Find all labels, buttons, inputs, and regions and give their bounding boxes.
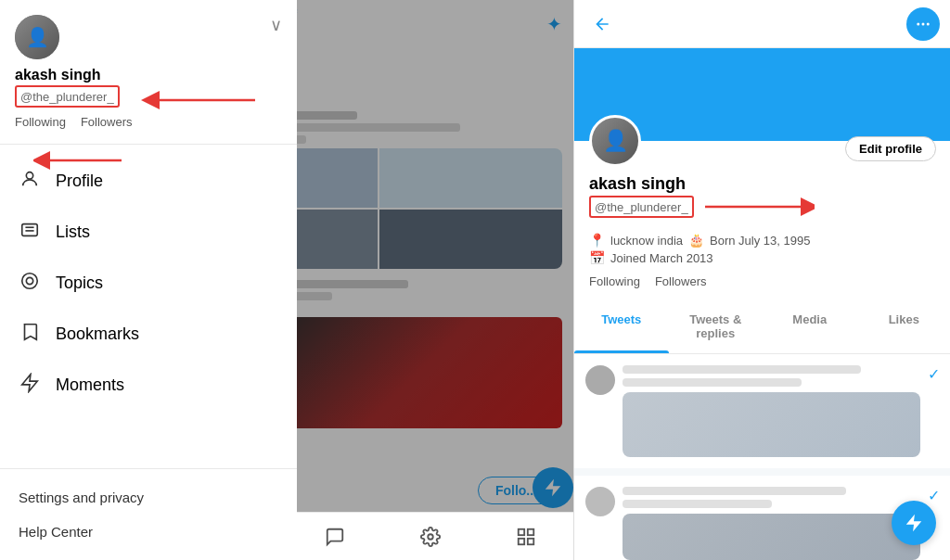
drawer-menu: 👤 akash singh @the_plunderer_ Following …	[0, 0, 297, 560]
drawer-following-stat[interactable]: Following	[15, 115, 66, 129]
right-topbar	[574, 0, 950, 48]
profile-banner: 👤 Edit profile	[574, 48, 950, 141]
drawer-stats: Following Followers	[15, 115, 282, 129]
drawer-header: 👤 akash singh @the_plunderer_ Following …	[0, 0, 297, 140]
svg-point-19	[922, 22, 925, 25]
moments-icon	[19, 373, 41, 398]
profile-avatar-wrapper: 👤	[589, 115, 641, 167]
nav-messages[interactable]	[325, 527, 345, 547]
svg-point-7	[22, 274, 38, 289]
drawer-handle-box: @the_plunderer_	[15, 85, 120, 108]
profile-born: Born July 13, 1995	[710, 234, 810, 248]
person-icon	[19, 169, 41, 194]
chevron-down-icon[interactable]: ∨	[270, 15, 282, 35]
moments-label: Moments	[56, 375, 124, 395]
annotation-arrow-profile	[33, 150, 126, 171]
drawer-user-handle: @the_plunderer_	[20, 90, 114, 104]
tweet-avatar	[585, 365, 615, 395]
drawer-followers-stat[interactable]: Followers	[81, 115, 133, 129]
drawer-avatar: 👤	[15, 15, 59, 59]
drawer-item-topics[interactable]: Topics	[0, 258, 297, 309]
profile-meta: 📍 lucknow india 🎂 Born July 13, 1995 📅 J…	[589, 233, 936, 265]
settings-privacy-item[interactable]: Settings and privacy	[19, 480, 278, 515]
tweet-row: ✓	[574, 354, 950, 468]
tweet-avatar	[585, 487, 615, 516]
profile-joined-row: 📅 Joined March 2013	[589, 250, 936, 265]
profile-tabs: Tweets Tweets & replies Media Likes	[574, 299, 950, 354]
svg-rect-14	[518, 528, 523, 534]
edit-profile-button[interactable]: Edit profile	[845, 136, 936, 161]
svg-point-20	[927, 22, 930, 25]
topics-icon	[19, 271, 41, 296]
drawer-divider	[0, 144, 297, 145]
tweet-content	[623, 487, 920, 560]
profile-stats: Following Followers	[589, 274, 936, 288]
bookmarks-label: Bookmarks	[56, 325, 139, 344]
profile-handle-box: @the_plunderer_	[589, 196, 694, 218]
lists-label: Lists	[56, 223, 90, 242]
lists-icon	[19, 220, 41, 245]
svg-rect-16	[518, 538, 523, 543]
drawer-item-moments[interactable]: Moments	[0, 360, 297, 411]
nav-qr[interactable]	[516, 527, 536, 547]
profile-location-row: 📍 lucknow india 🎂 Born July 13, 1995	[589, 233, 936, 248]
drawer-item-bookmarks[interactable]: Bookmarks	[0, 309, 297, 360]
compose-fab-right[interactable]	[892, 501, 936, 545]
calendar-icon: 📅	[589, 250, 605, 265]
svg-point-8	[26, 277, 32, 284]
svg-marker-9	[22, 375, 38, 391]
profile-avatar: 👤	[589, 115, 641, 167]
profile-followers-stat[interactable]: Followers	[655, 274, 707, 288]
bookmarks-icon	[19, 322, 41, 347]
back-button[interactable]	[585, 7, 619, 41]
tweet-check-icon: ✓	[928, 365, 940, 457]
cake-icon: 🎂	[688, 233, 704, 248]
svg-rect-15	[527, 528, 533, 534]
drawer-divider-2	[0, 468, 297, 469]
topics-label: Topics	[56, 274, 103, 293]
annotation-arrow-handle	[139, 89, 260, 111]
profile-following-stat[interactable]: Following	[589, 274, 640, 288]
profile-joined: Joined March 2013	[610, 251, 713, 265]
tweet-content	[623, 365, 920, 457]
left-panel: 👤 You	[0, 0, 573, 560]
tab-media[interactable]: Media	[763, 299, 857, 353]
drawer-user-name: akash singh	[15, 67, 282, 83]
svg-marker-22	[906, 515, 922, 531]
tab-tweets-replies[interactable]: Tweets & replies	[669, 299, 764, 353]
drawer-item-lists[interactable]: Lists	[0, 207, 297, 258]
tab-tweets[interactable]: Tweets	[574, 299, 669, 353]
location-icon: 📍	[589, 233, 605, 248]
svg-point-3	[26, 172, 32, 179]
svg-point-18	[917, 22, 919, 25]
drawer-menu-items: Profile Lists Topics Bookm	[0, 148, 297, 465]
right-panel: 👤 Edit profile akash singh @the_plundere…	[574, 0, 950, 560]
profile-handle: @the_plunderer_	[595, 200, 688, 214]
profile-label: Profile	[56, 172, 103, 191]
profile-location: lucknow india	[610, 234, 683, 248]
profile-name: akash singh	[589, 174, 936, 194]
svg-rect-17	[527, 538, 533, 543]
tab-likes[interactable]: Likes	[857, 299, 951, 353]
more-options-button[interactable]	[906, 7, 940, 41]
drawer-text-items: Settings and privacy Help Center	[0, 473, 297, 560]
help-center-item[interactable]: Help Center	[19, 515, 278, 549]
svg-point-13	[428, 534, 433, 540]
nav-settings[interactable]	[420, 527, 441, 547]
svg-rect-4	[22, 224, 38, 236]
annotation-arrow-profile-handle	[703, 197, 815, 216]
